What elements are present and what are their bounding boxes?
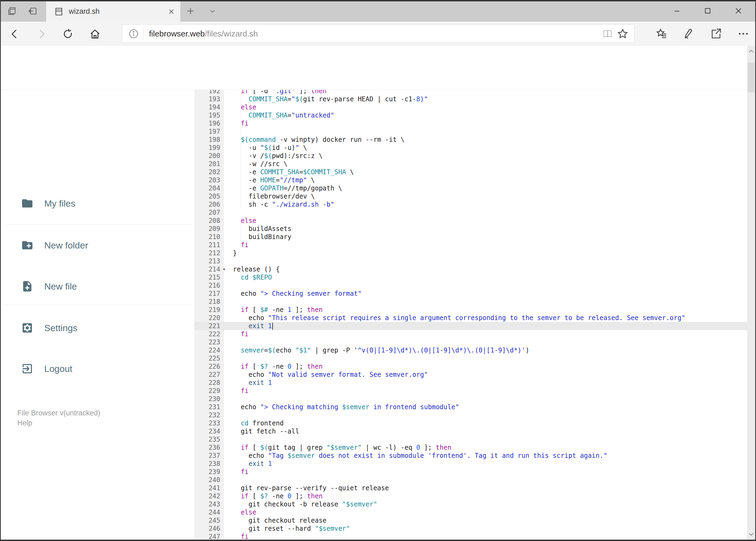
code-line-228[interactable]: 228 exit 1 <box>194 379 747 387</box>
minimize-button[interactable] <box>663 3 691 18</box>
sidebar-item-logout[interactable]: Logout <box>1 356 190 381</box>
code-line-195[interactable]: 195 COMMIT_SHA="untracked" <box>194 111 747 119</box>
code-line-235[interactable]: 235 <box>194 435 747 443</box>
code-editor[interactable]: 192 if [ -d ".git" ]; then193 COMMIT_SHA… <box>194 90 747 540</box>
code-line-212[interactable]: 212} <box>194 249 747 257</box>
tab-preview-icon[interactable] <box>6 5 18 17</box>
site-info-icon[interactable] <box>128 28 139 39</box>
code-line-213[interactable]: 213 <box>194 257 747 265</box>
tab-title: wizard.sh <box>69 7 165 16</box>
code-text: exit 1 <box>224 322 747 330</box>
code-line-205[interactable]: 205 filebrowser/dev \ <box>194 192 747 201</box>
version-text: File Browser v(untracked) <box>17 408 101 418</box>
annotate-pen-icon[interactable] <box>679 26 697 41</box>
maximize-button[interactable] <box>694 3 722 18</box>
code-line-210[interactable]: 210 buildBinary <box>194 233 747 241</box>
code-line-199[interactable]: 199 -u "$(id -u)" \ <box>194 144 747 152</box>
code-line-206[interactable]: 206 sh -c "./wizard.sh -b" <box>194 201 747 209</box>
sidebar-item-my-files[interactable]: My files <box>1 191 190 216</box>
code-line-243[interactable]: 243 git checkout -b release "$semver" <box>194 500 747 508</box>
code-line-198[interactable]: 198 $(command -v winpty) docker run --rm… <box>194 136 747 144</box>
code-line-215[interactable]: 215 cd $REPO <box>194 273 747 281</box>
sidebar-item-settings[interactable]: Settings <box>1 316 190 340</box>
code-line-226[interactable]: 226 if [ $? -ne 0 ]; then <box>194 362 747 370</box>
code-text: echo "Tag $semver does not exist in subm… <box>224 452 747 460</box>
more-options-dots-icon[interactable] <box>735 26 752 41</box>
hub-favorites-icon[interactable] <box>653 26 670 41</box>
code-line-236[interactable]: 236 if [ $(git tag | grep "$semver" | wc… <box>194 443 747 452</box>
code-line-204[interactable]: 204 -e GOPATH=//tmp/gopath \ <box>194 184 747 192</box>
code-line-196[interactable]: 196 fi <box>194 119 747 128</box>
code-line-233[interactable]: 233 cd frontend <box>194 419 747 427</box>
code-line-207[interactable]: 207 <box>194 209 747 217</box>
code-line-240[interactable]: 240 <box>194 476 747 484</box>
home-button[interactable] <box>87 28 103 41</box>
reading-view-book-icon[interactable] <box>600 26 615 41</box>
code-line-200[interactable]: 200 -v /$(pwd):/src:z \ <box>194 152 747 160</box>
code-line-244[interactable]: 244 else <box>194 508 747 516</box>
code-text: echo "Not valid semver format. See semve… <box>224 370 747 379</box>
refresh-button[interactable] <box>60 28 76 41</box>
code-line-247[interactable]: 247 fi <box>194 533 747 540</box>
share-icon[interactable] <box>707 26 724 41</box>
code-line-194[interactable]: 194 else <box>194 103 747 111</box>
settings-gear-icon <box>21 322 34 334</box>
sidebar-item-new-file[interactable]: New file <box>1 274 190 298</box>
code-line-208[interactable]: 208 else <box>194 217 747 225</box>
code-line-218[interactable]: 218 <box>194 297 747 306</box>
code-text <box>224 354 747 362</box>
code-line-225[interactable]: 225 <box>194 354 747 362</box>
set-tabs-aside-icon[interactable] <box>26 5 39 17</box>
code-line-220[interactable]: 220 echo "This release script requires a… <box>194 314 747 322</box>
code-line-229[interactable]: 229 fi <box>194 387 747 395</box>
forward-button[interactable] <box>34 28 50 41</box>
code-line-203[interactable]: 203 -e HOME="//tmp" \ <box>194 176 747 184</box>
code-line-224[interactable]: 224 semver=$(echo "$1" | grep -P '^v(0|[… <box>194 346 747 354</box>
code-line-241[interactable]: 241 git rev-parse --verify --quiet relea… <box>194 484 747 492</box>
new-file-icon <box>21 280 34 292</box>
favorite-star-icon[interactable] <box>615 26 630 41</box>
code-line-234[interactable]: 234 git fetch --all <box>194 427 747 435</box>
code-line-222[interactable]: 222 fi <box>194 330 747 338</box>
address-field[interactable]: filebrowser.web/files/wizard.sh <box>122 25 634 43</box>
code-line-238[interactable]: 238 exit 1 <box>194 460 747 468</box>
code-line-231[interactable]: 231 echo "> Checking matching $semver in… <box>194 403 747 411</box>
new-tab-button[interactable] <box>184 5 197 17</box>
code-line-246[interactable]: 246 git reset --hard "$semver" <box>194 525 747 533</box>
browser-tab[interactable]: wizard.sh <box>46 1 180 22</box>
code-line-239[interactable]: 239 fi <box>194 468 747 476</box>
code-line-214[interactable]: 214▾release () { <box>194 265 747 273</box>
code-line-192[interactable]: 192 if [ -d ".git" ]; then <box>194 90 747 95</box>
code-line-227[interactable]: 227 echo "Not valid semver format. See s… <box>194 370 747 379</box>
code-line-219[interactable]: 219 if [ $# -ne 1 ]; then <box>194 306 747 314</box>
new-folder-icon <box>21 239 34 252</box>
line-number: 203 <box>194 176 224 184</box>
code-line-242[interactable]: 242 if [ $? -ne 0 ]; then <box>194 492 747 500</box>
tab-close-icon[interactable] <box>165 5 178 18</box>
code-line-193[interactable]: 193 COMMIT_SHA="$(git rev-parse HEAD | c… <box>194 95 747 103</box>
sidebar-item-new-folder[interactable]: New folder <box>1 233 190 258</box>
code-line-221[interactable]: 221 exit 1 <box>194 322 747 330</box>
tab-dropdown-chevron-icon[interactable] <box>206 5 219 17</box>
help-link[interactable]: Help <box>17 418 101 428</box>
code-line-211[interactable]: 211 fi <box>194 241 747 249</box>
back-button[interactable] <box>6 28 23 41</box>
code-line-216[interactable]: 216 <box>194 281 747 289</box>
url-text[interactable]: filebrowser.web/files/wizard.sh <box>149 29 600 38</box>
code-line-201[interactable]: 201 -w //src \ <box>194 160 747 168</box>
code-line-245[interactable]: 245 git checkout release <box>194 516 747 525</box>
code-line-230[interactable]: 230 <box>194 395 747 403</box>
page-scrollbar[interactable] <box>747 46 755 540</box>
code-line-237[interactable]: 237 echo "Tag $semver does not exist in … <box>194 452 747 460</box>
scroll-down-arrow-icon[interactable] <box>747 529 755 540</box>
code-line-232[interactable]: 232 <box>194 411 747 419</box>
code-line-217[interactable]: 217 echo "> Checking semver format" <box>194 289 747 297</box>
scroll-up-arrow-icon[interactable] <box>747 46 755 57</box>
line-number: 241 <box>194 484 224 492</box>
code-line-223[interactable]: 223 <box>194 338 747 346</box>
code-line-209[interactable]: 209 buildAssets <box>194 225 747 233</box>
code-line-197[interactable]: 197 <box>194 128 747 136</box>
code-line-202[interactable]: 202 -e COMMIT_SHA=$COMMIT_SHA \ <box>194 168 747 176</box>
close-window-button[interactable] <box>724 3 752 18</box>
scrollbar-thumb[interactable] <box>748 63 755 92</box>
